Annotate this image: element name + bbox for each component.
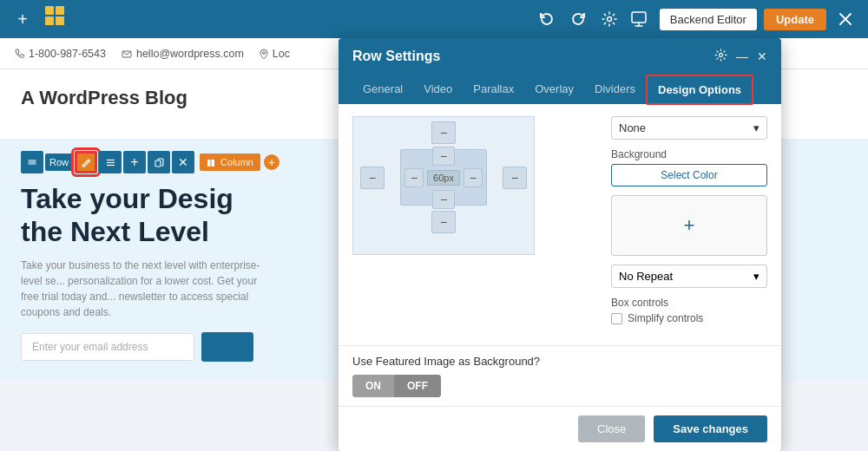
update-button[interactable]: Update: [764, 9, 826, 30]
background-label: Background: [611, 148, 767, 160]
modal-title: Row Settings: [352, 49, 440, 64]
right-panel: None ▾ Background Select Color + No Repe…: [611, 116, 767, 333]
svg-point-4: [607, 17, 611, 22]
inner-bottom-minus[interactable]: −: [432, 190, 455, 209]
backend-editor-button[interactable]: Backend Editor: [660, 9, 757, 30]
box-controls-section: Box controls Simplify controls: [611, 297, 767, 324]
redo-icon[interactable]: [566, 7, 590, 31]
inner-top-minus[interactable]: −: [432, 147, 455, 166]
close-icon[interactable]: [833, 7, 858, 31]
row-delete-icon[interactable]: ✕: [172, 151, 194, 173]
spacing-bottom: −: [353, 211, 534, 238]
main-area: 1-800-987-6543 hello@wordpress.com Loc A…: [0, 38, 868, 451]
tab-video[interactable]: Video: [413, 75, 463, 104]
svg-rect-13: [212, 160, 215, 167]
email-submit-button[interactable]: [201, 332, 253, 362]
featured-image-label: Use Featured Image as Background?: [352, 355, 767, 368]
spacing-bottom-minus[interactable]: −: [431, 211, 456, 233]
phone-info: 1-800-987-6543: [14, 48, 106, 60]
row-label: Row: [45, 154, 73, 171]
modal-tabs: General Video Parallax Overlay Dividers …: [339, 75, 781, 104]
undo-icon[interactable]: [535, 7, 559, 31]
spacing-top-minus[interactable]: −: [431, 121, 456, 144]
add-image-icon: +: [684, 214, 695, 237]
email-input-placeholder[interactable]: Enter your email address: [21, 333, 194, 361]
svg-rect-5: [632, 12, 646, 23]
top-bar: + Backend Editor Update: [0, 0, 868, 38]
simplify-checkbox[interactable]: [611, 313, 622, 324]
spacing-left-minus[interactable]: −: [360, 167, 385, 189]
no-repeat-dropdown[interactable]: No Repeat ▾: [611, 265, 767, 288]
spacing-value[interactable]: 60px: [427, 170, 460, 186]
row-settings-icon[interactable]: [99, 151, 122, 173]
simplify-controls-row: Simplify controls: [611, 312, 767, 324]
logo-icon: [43, 4, 68, 34]
location-info: Loc: [260, 48, 290, 60]
image-upload-area[interactable]: +: [611, 195, 767, 256]
none-dropdown[interactable]: None ▾: [611, 116, 767, 140]
modal-header-icons: — ✕: [714, 49, 767, 64]
spacing-right-minus[interactable]: −: [503, 167, 527, 189]
save-changes-button[interactable]: Save changes: [654, 415, 767, 442]
toggle-off-button[interactable]: OFF: [394, 375, 441, 397]
toggle-group: ON OFF: [352, 375, 767, 397]
modal-body: − − − − 60px: [339, 104, 781, 345]
inner-right-plus[interactable]: −: [464, 168, 483, 187]
edit-row-button[interactable]: [75, 151, 97, 173]
tab-overlay[interactable]: Overlay: [524, 75, 584, 104]
box-controls-label: Box controls: [611, 297, 767, 309]
svg-rect-1: [56, 6, 64, 15]
inner-left-minus[interactable]: −: [404, 168, 424, 187]
featured-image-section: Use Featured Image as Background? ON OFF: [339, 345, 781, 406]
hero-subtext: Take your business to the next level wit…: [21, 258, 264, 320]
tab-general[interactable]: General: [352, 75, 413, 104]
tab-parallax[interactable]: Parallax: [463, 75, 524, 104]
settings-icon[interactable]: [597, 7, 621, 31]
chevron-down-icon-2: ▾: [753, 270, 760, 283]
spacing-middle: − − − 60px − −: [353, 144, 534, 211]
chevron-down-icon: ▾: [753, 121, 760, 134]
tab-design-options[interactable]: Design Options: [646, 75, 753, 105]
column-add-icon[interactable]: +: [264, 154, 279, 170]
row-settings-modal: Row Settings — ✕ General Video Parallax …: [339, 38, 781, 451]
svg-rect-3: [56, 16, 64, 25]
spacing-center-box: − − 60px − −: [400, 149, 487, 206]
modal-settings-icon[interactable]: [714, 49, 727, 64]
tab-dividers[interactable]: Dividers: [584, 75, 646, 104]
modal-header: Row Settings — ✕: [339, 38, 781, 75]
svg-rect-0: [45, 6, 54, 15]
svg-point-14: [720, 54, 723, 57]
select-color-button[interactable]: Select Color: [611, 164, 767, 186]
svg-rect-11: [155, 160, 161, 167]
svg-rect-2: [45, 16, 54, 25]
toggle-on-button[interactable]: ON: [352, 375, 394, 397]
simplify-label: Simplify controls: [628, 312, 703, 324]
spacing-top: −: [353, 117, 534, 144]
spacing-outer-box: − − − − 60px: [352, 116, 535, 255]
row-move-icon[interactable]: [21, 151, 43, 173]
add-icon[interactable]: +: [10, 7, 35, 31]
spacing-section: − − − − 60px: [352, 116, 597, 333]
svg-rect-12: [207, 160, 211, 167]
row-add-icon[interactable]: +: [123, 151, 146, 173]
modal-close-icon[interactable]: ✕: [757, 49, 767, 63]
modal-footer: Close Save changes: [339, 406, 781, 451]
background-section: Background Select Color: [611, 148, 767, 186]
modal-minimize-icon[interactable]: —: [736, 49, 748, 63]
row-copy-icon[interactable]: [148, 151, 170, 173]
display-icon[interactable]: [628, 7, 653, 31]
column-button[interactable]: Column: [200, 154, 260, 171]
close-button[interactable]: Close: [578, 415, 645, 442]
svg-point-7: [262, 51, 265, 54]
email-info: hello@wordpress.com: [122, 48, 244, 60]
